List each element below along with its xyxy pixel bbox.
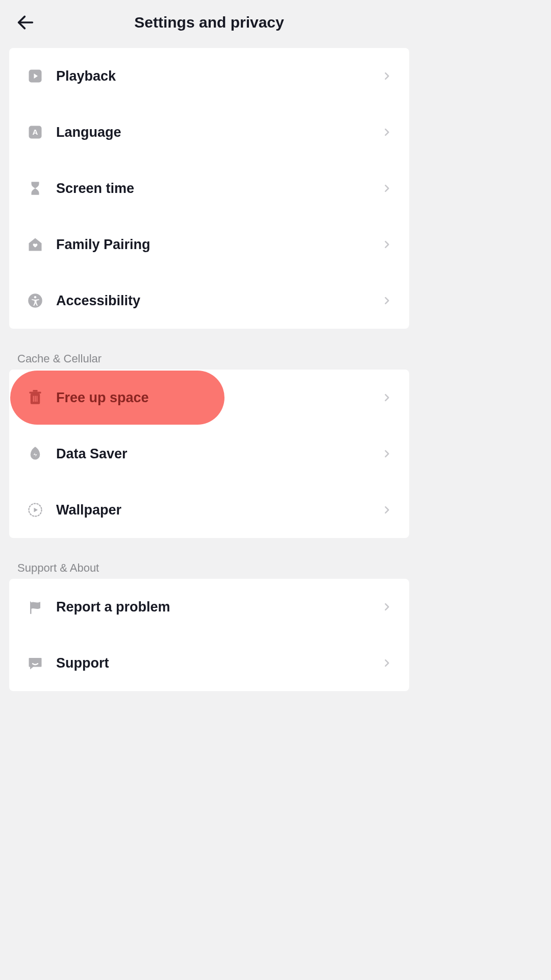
chevron-right-icon bbox=[382, 127, 392, 137]
settings-item-label: Report a problem bbox=[56, 599, 382, 615]
language-icon: A bbox=[27, 124, 44, 141]
svg-rect-9 bbox=[33, 390, 37, 391]
page-title: Settings and privacy bbox=[36, 14, 383, 31]
header: Settings and privacy bbox=[0, 0, 418, 48]
home-heart-icon bbox=[27, 236, 44, 253]
accessibility-icon bbox=[27, 292, 44, 309]
settings-item-wallpaper[interactable]: Wallpaper bbox=[9, 482, 409, 538]
settings-item-family-pairing[interactable]: Family Pairing bbox=[9, 216, 409, 273]
chevron-right-icon bbox=[382, 183, 392, 193]
chevron-right-icon bbox=[382, 71, 392, 81]
back-button[interactable] bbox=[15, 12, 36, 33]
settings-item-label: Support bbox=[56, 655, 382, 671]
settings-item-playback[interactable]: Playback bbox=[9, 48, 409, 104]
section-support: Report a problem Support bbox=[9, 579, 409, 691]
settings-item-label: Free up space bbox=[56, 390, 382, 406]
svg-text:A: A bbox=[33, 128, 38, 136]
section-header-cache: Cache & Cellular bbox=[0, 339, 418, 370]
trash-icon bbox=[27, 389, 44, 406]
flag-icon bbox=[27, 598, 44, 616]
wallpaper-icon bbox=[27, 501, 44, 519]
settings-item-accessibility[interactable]: Accessibility bbox=[9, 273, 409, 329]
settings-item-language[interactable]: A Language bbox=[9, 104, 409, 160]
chevron-right-icon bbox=[382, 393, 392, 403]
settings-item-label: Accessibility bbox=[56, 293, 382, 309]
settings-item-label: Language bbox=[56, 125, 382, 140]
svg-rect-8 bbox=[29, 391, 41, 393]
svg-marker-14 bbox=[34, 508, 38, 512]
settings-item-label: Family Pairing bbox=[56, 237, 382, 253]
settings-item-screen-time[interactable]: Screen time bbox=[9, 160, 409, 216]
chevron-right-icon bbox=[382, 449, 392, 459]
playback-icon bbox=[27, 67, 44, 85]
settings-item-support[interactable]: Support bbox=[9, 635, 409, 691]
chevron-right-icon bbox=[382, 602, 392, 612]
section-cache: Free up space Data Saver Wallpaper bbox=[9, 370, 409, 538]
settings-item-report-problem[interactable]: Report a problem bbox=[9, 579, 409, 635]
hourglass-icon bbox=[27, 180, 44, 197]
settings-item-free-up-space[interactable]: Free up space bbox=[9, 370, 409, 426]
settings-item-data-saver[interactable]: Data Saver bbox=[9, 426, 409, 482]
chevron-right-icon bbox=[382, 505, 392, 515]
settings-item-label: Playback bbox=[56, 68, 382, 84]
chevron-right-icon bbox=[382, 658, 392, 668]
svg-point-6 bbox=[34, 296, 37, 299]
chevron-right-icon bbox=[382, 239, 392, 250]
section-general: Playback A Language Screen time Family P… bbox=[9, 48, 409, 329]
arrow-left-icon bbox=[15, 12, 36, 33]
data-saver-icon bbox=[27, 445, 44, 462]
chat-icon bbox=[27, 654, 44, 672]
section-header-support: Support & About bbox=[0, 548, 418, 579]
settings-item-label: Data Saver bbox=[56, 446, 382, 462]
settings-item-label: Screen time bbox=[56, 181, 382, 197]
chevron-right-icon bbox=[382, 296, 392, 306]
settings-item-label: Wallpaper bbox=[56, 502, 382, 518]
